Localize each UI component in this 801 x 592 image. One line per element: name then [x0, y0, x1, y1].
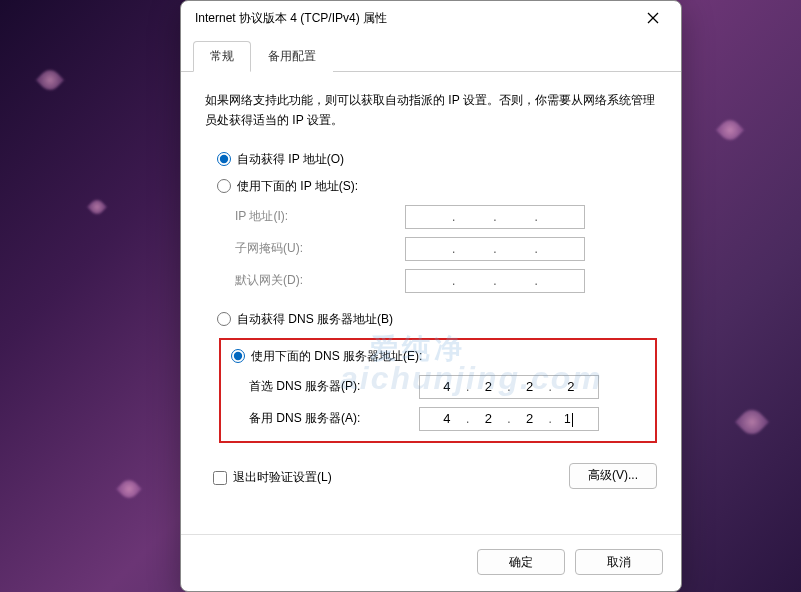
- radio-dns-manual-label: 使用下面的 DNS 服务器地址(E):: [251, 348, 422, 365]
- radio-ip-auto-input[interactable]: [217, 152, 231, 166]
- radio-dns-auto[interactable]: 自动获得 DNS 服务器地址(B): [217, 311, 657, 328]
- dns-fields: 首选 DNS 服务器(P): 4. 2. 2. 2 备用 DNS 服务器(A):…: [249, 375, 645, 431]
- ip-address-label: IP 地址(I):: [235, 208, 405, 225]
- radio-dns-auto-input[interactable]: [217, 312, 231, 326]
- dns-group: 自动获得 DNS 服务器地址(B) 使用下面的 DNS 服务器地址(E): 首选…: [217, 311, 657, 459]
- text-caret: [572, 413, 573, 427]
- radio-ip-auto[interactable]: 自动获得 IP 地址(O): [217, 151, 657, 168]
- ip-fields: IP 地址(I): ... 子网掩码(U): ... 默认网关(D): ...: [235, 205, 657, 293]
- radio-ip-manual-label: 使用下面的 IP 地址(S):: [237, 178, 358, 195]
- default-gateway-label: 默认网关(D):: [235, 272, 405, 289]
- radio-dns-auto-label: 自动获得 DNS 服务器地址(B): [237, 311, 393, 328]
- alternate-dns-label: 备用 DNS 服务器(A):: [249, 410, 419, 427]
- cancel-button[interactable]: 取消: [575, 549, 663, 575]
- preferred-dns-input[interactable]: 4. 2. 2. 2: [419, 375, 599, 399]
- tab-general[interactable]: 常规: [193, 41, 251, 72]
- alternate-dns-input[interactable]: 4. 2. 2. 1: [419, 407, 599, 431]
- subnet-mask-input: ...: [405, 237, 585, 261]
- tab-strip: 常规 备用配置: [181, 41, 681, 72]
- tab-content: 如果网络支持此功能，则可以获取自动指派的 IP 设置。否则，你需要从网络系统管理…: [181, 72, 681, 534]
- description-text: 如果网络支持此功能，则可以获取自动指派的 IP 设置。否则，你需要从网络系统管理…: [205, 90, 657, 131]
- validate-on-exit-input[interactable]: [213, 471, 227, 485]
- close-icon: [647, 12, 659, 24]
- ok-button[interactable]: 确定: [477, 549, 565, 575]
- validate-on-exit-checkbox[interactable]: 退出时验证设置(L): [213, 469, 332, 486]
- dialog-footer: 确定 取消: [181, 534, 681, 591]
- radio-ip-auto-label: 自动获得 IP 地址(O): [237, 151, 344, 168]
- dns-manual-highlight: 使用下面的 DNS 服务器地址(E): 首选 DNS 服务器(P): 4. 2.…: [219, 338, 657, 443]
- radio-ip-manual[interactable]: 使用下面的 IP 地址(S):: [217, 178, 657, 195]
- dialog-title: Internet 协议版本 4 (TCP/IPv4) 属性: [195, 10, 387, 27]
- titlebar: Internet 协议版本 4 (TCP/IPv4) 属性: [181, 1, 681, 35]
- validate-on-exit-label: 退出时验证设置(L): [233, 469, 332, 486]
- radio-ip-manual-input[interactable]: [217, 179, 231, 193]
- ipv4-properties-dialog: Internet 协议版本 4 (TCP/IPv4) 属性 常规 备用配置 如果…: [180, 0, 682, 592]
- advanced-button[interactable]: 高级(V)...: [569, 463, 657, 489]
- ip-address-input: ...: [405, 205, 585, 229]
- preferred-dns-label: 首选 DNS 服务器(P):: [249, 378, 419, 395]
- radio-dns-manual-input[interactable]: [231, 349, 245, 363]
- tab-alternate[interactable]: 备用配置: [251, 41, 333, 72]
- subnet-mask-label: 子网掩码(U):: [235, 240, 405, 257]
- default-gateway-input: ...: [405, 269, 585, 293]
- radio-dns-manual[interactable]: 使用下面的 DNS 服务器地址(E):: [231, 348, 645, 365]
- close-button[interactable]: [639, 6, 667, 30]
- ip-address-group: 自动获得 IP 地址(O) 使用下面的 IP 地址(S): IP 地址(I): …: [217, 151, 657, 311]
